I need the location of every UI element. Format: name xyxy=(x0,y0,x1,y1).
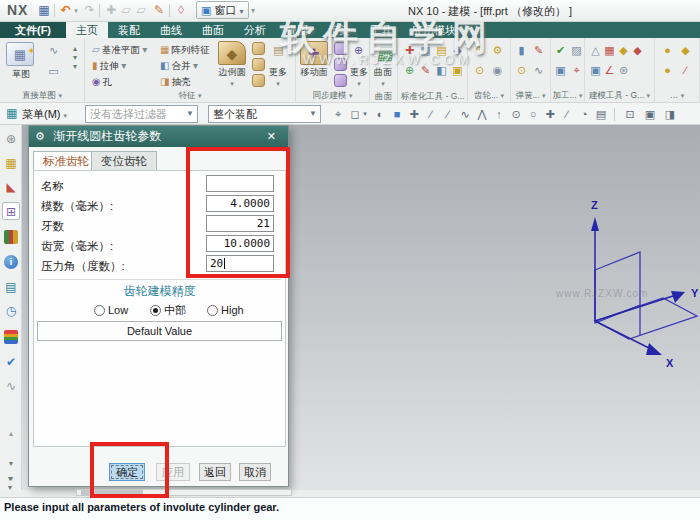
pull-face-icon[interactable] xyxy=(334,42,347,55)
spring-tool-icon[interactable] xyxy=(514,43,529,58)
more-feature-icon[interactable] xyxy=(271,43,286,58)
spring-tool-icon[interactable] xyxy=(531,63,546,78)
assembly-navigator-icon[interactable] xyxy=(2,154,20,172)
copy-icon[interactable] xyxy=(119,2,133,19)
y-axis[interactable] xyxy=(595,296,673,321)
spring-tool-icon[interactable] xyxy=(531,43,546,58)
part-navigator-icon[interactable] xyxy=(2,202,20,220)
hole-button[interactable]: 孔 xyxy=(92,74,112,89)
group-dropdown-icon[interactable] xyxy=(681,92,685,99)
circle-icon[interactable] xyxy=(525,106,541,122)
machining-tool-icon[interactable] xyxy=(569,43,584,58)
redo-icon[interactable] xyxy=(82,2,97,19)
ribbon-tool-icon[interactable] xyxy=(678,63,693,78)
spring-tool-icon[interactable] xyxy=(514,63,529,78)
precision-medium-radio[interactable]: 中部 xyxy=(150,300,186,318)
polyline-icon[interactable] xyxy=(474,106,490,122)
window-select-icon[interactable] xyxy=(642,106,658,122)
machining-tool-icon[interactable] xyxy=(569,63,584,78)
machining-tool-icon[interactable] xyxy=(553,43,568,58)
palette-icon[interactable] xyxy=(4,330,18,344)
roles-gear-icon[interactable] xyxy=(2,130,20,148)
group-dropdown-icon[interactable] xyxy=(198,92,202,99)
tab-surface[interactable]: 曲面 xyxy=(192,22,234,38)
qat-overflow-icon[interactable] xyxy=(248,2,258,19)
history-icon[interactable] xyxy=(2,302,20,320)
precision-high-radio[interactable]: High xyxy=(207,300,244,318)
tab-file[interactable]: 文件(F) xyxy=(0,22,66,38)
group-dropdown-icon[interactable] xyxy=(58,92,62,99)
modeling-tool-icon[interactable] xyxy=(588,43,603,58)
group-dropdown-icon[interactable] xyxy=(349,92,353,99)
reuse-library-icon[interactable] xyxy=(4,230,18,244)
group-dropdown-icon[interactable] xyxy=(500,92,504,99)
chamfer-icon[interactable] xyxy=(252,42,265,55)
ribbon-tool-icon[interactable] xyxy=(450,43,465,58)
vector-icon[interactable] xyxy=(491,106,507,122)
pattern-feature-button[interactable]: 阵列特征 xyxy=(160,42,209,57)
machining-tool-icon[interactable] xyxy=(553,63,568,78)
ribbon-tool-icon[interactable] xyxy=(402,43,417,58)
dialog-title-bar[interactable]: 渐开线圆柱齿轮参数 xyxy=(29,126,288,147)
menu-button[interactable]: 菜单(M) xyxy=(22,107,67,122)
tab-assemblies[interactable]: 装配 xyxy=(108,22,150,38)
ribbon-tool-icon[interactable] xyxy=(418,63,433,78)
line2-icon[interactable] xyxy=(440,106,456,122)
tab-standard-gear[interactable]: 标准齿轮 xyxy=(33,151,99,171)
name-field[interactable] xyxy=(206,175,274,192)
paste-icon[interactable] xyxy=(134,2,148,19)
clip-section-icon[interactable] xyxy=(662,106,678,122)
chevron-down-icon[interactable] xyxy=(361,106,369,122)
sidebar-collapse-arrows[interactable] xyxy=(4,474,16,492)
modeling-tool-icon[interactable] xyxy=(588,63,603,78)
process-studio-icon[interactable] xyxy=(2,278,20,296)
bevel-gear-icon[interactable] xyxy=(490,43,505,58)
ribbon-tool-icon[interactable] xyxy=(660,63,675,78)
gallery-scroll-arrows[interactable] xyxy=(70,44,80,71)
ribbon-tool-icon[interactable] xyxy=(402,63,417,78)
scroll-up-icon[interactable] xyxy=(2,425,20,443)
intersection-point-icon[interactable] xyxy=(542,106,558,122)
modeling-tool-icon[interactable] xyxy=(616,63,631,78)
horizontal-scrollbar[interactable] xyxy=(76,489,292,496)
cut-icon[interactable] xyxy=(104,2,118,19)
group-dropdown-icon[interactable] xyxy=(647,92,651,99)
tab-view[interactable]: 视图 xyxy=(276,22,318,38)
ok-button[interactable]: 确定 xyxy=(109,463,145,481)
pressure-angle-field[interactable]: 20 xyxy=(206,255,274,272)
datum-csys[interactable]: Z Y X xyxy=(545,195,700,375)
snap-point-icon[interactable] xyxy=(330,106,346,122)
tab-application[interactable]: 应用模块 xyxy=(402,22,466,38)
tab-tools[interactable]: 工具 xyxy=(360,22,402,38)
cancel-button[interactable]: 取消 xyxy=(239,463,271,481)
layers-icon[interactable] xyxy=(593,106,609,122)
midpoint-icon[interactable] xyxy=(559,106,575,122)
precision-low-radio[interactable]: Low xyxy=(94,300,128,318)
profile-icon[interactable] xyxy=(46,43,61,58)
default-value-button[interactable]: Default Value xyxy=(37,321,282,341)
line-icon[interactable] xyxy=(423,106,439,122)
selection-scope-combo[interactable]: 整个装配 xyxy=(208,105,321,123)
extrude-button[interactable]: 拉伸 xyxy=(92,58,128,73)
modeling-tool-icon[interactable] xyxy=(602,43,617,58)
circle-center-icon[interactable] xyxy=(508,106,524,122)
group-dropdown-icon[interactable] xyxy=(542,92,546,99)
ribbon-tool-icon[interactable] xyxy=(678,43,693,58)
find-component-icon[interactable] xyxy=(622,106,638,122)
touch-mode-icon[interactable] xyxy=(174,2,188,19)
group-dropdown-icon[interactable] xyxy=(579,92,583,99)
edge-blend-button[interactable] xyxy=(218,41,246,65)
ribbon-tool-icon[interactable] xyxy=(434,43,449,58)
undo-dropdown-icon[interactable] xyxy=(72,2,80,19)
ribbon-tool-icon[interactable] xyxy=(434,63,449,78)
sphere-select-icon[interactable] xyxy=(372,106,388,122)
face-width-field[interactable]: 10.0000 xyxy=(206,235,274,252)
tab-analysis[interactable]: 分析 xyxy=(234,22,276,38)
web-browser-icon[interactable]: i xyxy=(4,255,18,269)
tab-shifted-gear[interactable]: 变位齿轮 xyxy=(91,151,157,171)
more-sync-icon[interactable] xyxy=(351,43,366,58)
selection-filter-combo[interactable]: 没有选择过滤器 xyxy=(85,105,198,123)
module-field[interactable]: 4.0000 xyxy=(206,195,274,212)
rectangle-sketch-icon[interactable] xyxy=(46,64,61,79)
move-face-button[interactable] xyxy=(300,41,328,65)
